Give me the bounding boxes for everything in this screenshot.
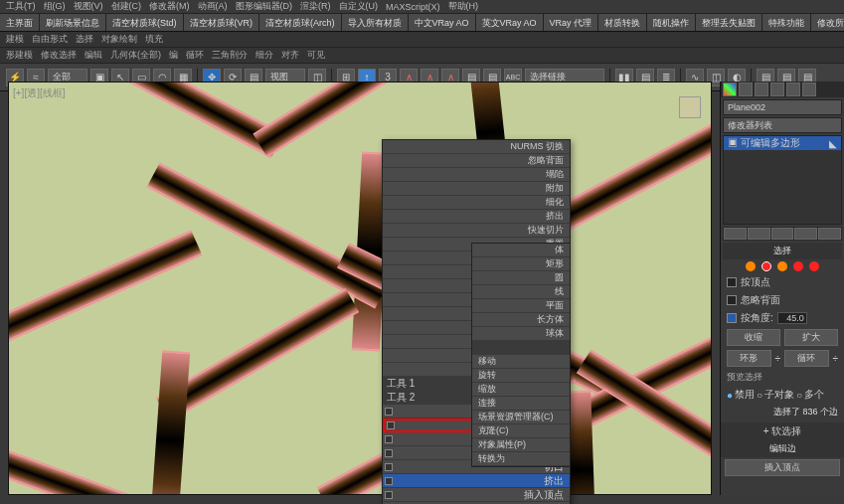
stack-btn[interactable]: [794, 228, 817, 240]
preview-multi[interactable]: 多个: [804, 388, 824, 402]
create-tab-icon[interactable]: [723, 83, 737, 96]
viewcube[interactable]: [679, 96, 701, 118]
stack-btn[interactable]: [724, 228, 747, 240]
ribbon-item[interactable]: 对象绘制: [101, 33, 137, 46]
menu-item[interactable]: MAXScript(X): [386, 2, 440, 12]
tab[interactable]: 清空材质球(Std): [106, 14, 184, 31]
ctx-tessellate[interactable]: 细化: [383, 196, 570, 210]
object-name-field[interactable]: Plane002: [723, 99, 842, 115]
by-vertex-checkbox[interactable]: [727, 277, 737, 287]
menu-item[interactable]: 帮助(H): [448, 0, 479, 13]
menu-item[interactable]: 动画(A): [198, 0, 228, 13]
ignore-back-checkbox[interactable]: [727, 295, 737, 305]
motion-tab-icon[interactable]: [770, 83, 784, 96]
stack-btn[interactable]: [748, 228, 770, 240]
menu-item[interactable]: 图形编辑器(D): [236, 0, 293, 13]
hierarchy-tab-icon[interactable]: [755, 83, 768, 96]
ribbon-item[interactable]: 循环: [186, 49, 204, 62]
ctx2-item[interactable]: 圆: [472, 271, 570, 285]
tab[interactable]: 刷新场景信息: [40, 14, 106, 31]
poly-subobj-icon[interactable]: [793, 261, 803, 271]
ctx2-convert-to[interactable]: 转换为: [472, 452, 570, 466]
tab[interactable]: 主界面: [0, 14, 40, 31]
modifier-stack[interactable]: ▣ 可编辑多边形 ◣: [723, 135, 842, 225]
ctx2-item[interactable]: 矩形: [472, 257, 570, 271]
modify-tab-icon[interactable]: [739, 83, 753, 96]
element-subobj-icon[interactable]: [809, 261, 819, 271]
ribbon-item[interactable]: 三角剖分: [212, 49, 248, 62]
ctx2-item[interactable]: 线: [472, 285, 570, 299]
tab[interactable]: 整理丢失贴图: [696, 14, 762, 31]
ribbon-item[interactable]: 建模: [6, 33, 24, 46]
tab[interactable]: 英文VRay AO: [476, 14, 544, 31]
ctx2-connect[interactable]: 连接: [472, 397, 570, 411]
ribbon-item[interactable]: 形建模: [6, 49, 33, 62]
display-tab-icon[interactable]: [786, 83, 800, 96]
menu-item[interactable]: 视图(V): [74, 0, 103, 13]
edge-subobj-icon[interactable]: [761, 261, 771, 271]
angle-input[interactable]: 45.0: [777, 312, 807, 324]
shrink-button[interactable]: 收缩: [727, 329, 780, 346]
ctx-extrude[interactable]: 挤出: [383, 210, 570, 224]
tab[interactable]: 中文VRay AO: [409, 14, 476, 31]
ctx2-move[interactable]: 移动: [472, 355, 570, 369]
ctx-attach[interactable]: 附加: [383, 182, 570, 196]
tab[interactable]: 清空材质球(Arch): [259, 14, 342, 31]
ctx-collapse[interactable]: 塌陷: [383, 168, 570, 182]
editedge-rollout[interactable]: 编辑边: [721, 440, 844, 457]
ribbon-item[interactable]: 几何体(全部): [110, 49, 161, 62]
tab[interactable]: 修改所有VRayMtl: [811, 14, 844, 31]
preview-subobj[interactable]: 子对象: [764, 388, 794, 402]
ribbon-item[interactable]: 填充: [145, 33, 163, 46]
utilities-tab-icon[interactable]: [802, 83, 816, 96]
pin-icon[interactable]: ◣: [829, 138, 837, 149]
ctx2-scene-explorer[interactable]: 场景资源管理器(C): [472, 411, 570, 424]
tab[interactable]: 特殊功能: [762, 14, 811, 31]
grow-button[interactable]: 扩大: [784, 329, 838, 346]
tab[interactable]: 导入所有材质: [342, 14, 409, 31]
ribbon-item[interactable]: 选择: [76, 33, 93, 46]
ctx2-object-props[interactable]: 对象属性(P): [472, 438, 570, 452]
tab[interactable]: VRay 代理: [544, 14, 599, 31]
ctx-extrude2[interactable]: 挤出: [383, 474, 570, 488]
modifier-list-dropdown[interactable]: 修改器列表: [723, 117, 842, 133]
tab[interactable]: 清空材质球(VR): [184, 14, 260, 31]
tab[interactable]: 随机操作: [647, 14, 696, 31]
softsel-rollout[interactable]: + 软选择: [721, 422, 844, 440]
ctx-ignore-back[interactable]: 忽略背面: [383, 154, 570, 168]
modifier-item[interactable]: ▣ 可编辑多边形 ◣: [724, 136, 841, 150]
menu-item[interactable]: 修改器(M): [149, 0, 190, 13]
ctx2-scale[interactable]: 缩放: [472, 383, 570, 397]
ctx2-item[interactable]: 平面: [472, 299, 570, 313]
ribbon-item[interactable]: 编: [169, 49, 178, 62]
ctx-nurms[interactable]: NURMS 切换: [383, 140, 570, 154]
ctx2-item[interactable]: 体: [472, 244, 570, 257]
ribbon-item[interactable]: 对齐: [281, 49, 299, 62]
menu-item[interactable]: 工具(T): [6, 0, 36, 13]
by-angle-checkbox[interactable]: [727, 313, 737, 323]
ctx2-item[interactable]: 长方体: [472, 313, 570, 327]
stack-btn[interactable]: [818, 228, 841, 240]
ctx-insert-vert[interactable]: 插入顶点: [383, 488, 570, 502]
stack-btn[interactable]: [771, 228, 794, 240]
loop-button[interactable]: 循环: [784, 350, 829, 367]
ribbon-item[interactable]: 修改选择: [41, 49, 77, 62]
menu-item[interactable]: 创建(C): [111, 0, 142, 13]
ring-button[interactable]: 环形: [727, 350, 771, 367]
ctx2-item[interactable]: 球体: [472, 327, 570, 341]
ribbon-item[interactable]: 可见: [307, 49, 325, 62]
ribbon-item[interactable]: 细分: [255, 49, 273, 62]
menu-item[interactable]: 自定义(U): [339, 0, 379, 13]
ctx-quickslice[interactable]: 快速切片: [383, 224, 570, 238]
rollout-title[interactable]: 选择: [723, 243, 842, 259]
ribbon-item[interactable]: 自由形式: [32, 33, 68, 46]
viewport[interactable]: [+][透][线框]: [8, 82, 712, 495]
menu-item[interactable]: 渲染(R): [300, 0, 331, 13]
insert-vertex-button[interactable]: 插入顶点: [725, 459, 840, 476]
menu-item[interactable]: 组(G): [44, 0, 66, 13]
ribbon-item[interactable]: 编辑: [84, 49, 102, 62]
border-subobj-icon[interactable]: [777, 261, 787, 271]
ctx2-clone[interactable]: 克隆(C): [472, 424, 570, 438]
tab[interactable]: 材质转换: [598, 14, 647, 31]
viewport-label[interactable]: [+][透][线框]: [13, 86, 66, 100]
